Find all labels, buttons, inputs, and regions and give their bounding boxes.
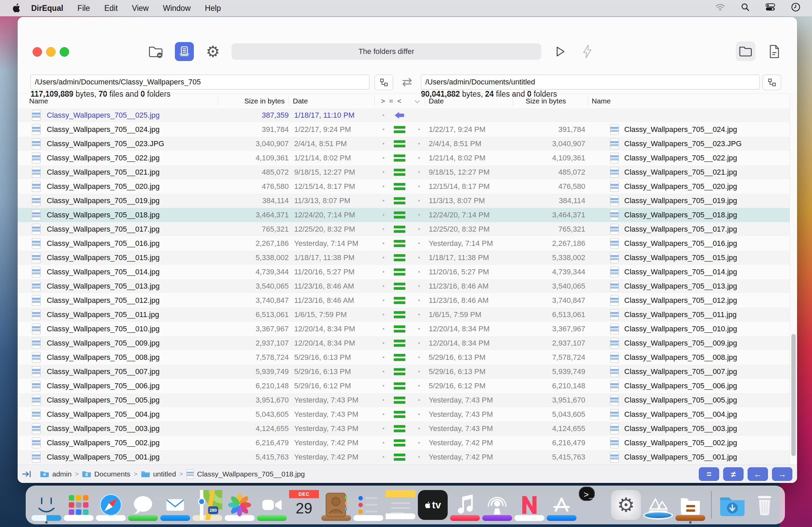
dock-item-contacts[interactable] bbox=[321, 490, 351, 520]
column-header-compare[interactable]: > = < bbox=[381, 94, 402, 109]
left-path-input[interactable] bbox=[30, 75, 369, 89]
dock-item-finder[interactable] bbox=[31, 490, 61, 520]
table-row[interactable]: Classy_Wallpapers_705__022.jpg 4,109,361… bbox=[18, 151, 789, 165]
compare-button[interactable] bbox=[175, 42, 194, 61]
right-tree-view-button[interactable] bbox=[763, 75, 781, 90]
breadcrumb-item-untitled[interactable]: untitled bbox=[141, 470, 176, 478]
table-row[interactable]: Classy_Wallpapers_705__012.jpg 3,740,847… bbox=[18, 293, 789, 308]
wifi-icon[interactable] bbox=[715, 3, 725, 13]
table-row[interactable]: Classy_Wallpapers_705__005.jpg 3,951,670… bbox=[18, 393, 789, 407]
table-row[interactable]: Classy_Wallpapers_705__004.jpg 5,043,605… bbox=[18, 407, 789, 422]
compare-cell bbox=[375, 422, 425, 436]
table-row[interactable]: Classy_Wallpapers_705__021.jpg 485,072 9… bbox=[18, 165, 789, 180]
table-row[interactable]: Classy_Wallpapers_705__020.jpg 476,580 1… bbox=[18, 180, 789, 194]
filter-right-only-button[interactable]: → bbox=[772, 467, 792, 481]
menu-app-name[interactable]: DirEqual bbox=[31, 4, 63, 13]
clock-icon[interactable] bbox=[791, 2, 800, 14]
table-row[interactable]: Classy_Wallpapers_705__013.jpg 3,540,065… bbox=[18, 279, 789, 293]
table-row[interactable]: Classy_Wallpapers_705__008.jpg 7,578,724… bbox=[18, 350, 789, 365]
dock-item-maps[interactable]: 280 bbox=[192, 490, 222, 520]
left-tree-view-button[interactable] bbox=[375, 75, 393, 90]
dock-item-system-preferences[interactable]: ⚙ bbox=[611, 490, 641, 520]
dock-item-podcasts[interactable] bbox=[482, 490, 512, 520]
table-row[interactable]: Classy_Wallpapers_705__017.jpg 765,321 1… bbox=[18, 222, 789, 237]
table-row[interactable]: Classy_Wallpapers_705__006.jpg 6,210,148… bbox=[18, 379, 789, 393]
table-row[interactable]: Classy_Wallpapers_705__002.jpg 6,216,479… bbox=[18, 436, 789, 450]
search-icon[interactable] bbox=[741, 3, 750, 14]
exclude-folder-button[interactable] bbox=[146, 42, 165, 61]
quick-sync-button[interactable] bbox=[578, 42, 597, 61]
dock-item-downloads[interactable] bbox=[717, 490, 747, 520]
dock-item-launchpad[interactable] bbox=[64, 490, 93, 520]
table-row[interactable]: Classy_Wallpapers_705__018.jpg 3,464,371… bbox=[18, 208, 789, 222]
control-center-icon[interactable] bbox=[765, 3, 775, 13]
table-row[interactable]: Classy_Wallpapers_705__025.jpg 387,359 1… bbox=[18, 108, 789, 123]
dock-item-music[interactable] bbox=[450, 490, 480, 520]
dock-item-calendar[interactable]: DEC 29 bbox=[289, 490, 319, 520]
report-document-button[interactable] bbox=[765, 42, 784, 61]
breadcrumb-item-documents[interactable]: Documents bbox=[82, 470, 130, 478]
breadcrumb-item-admin[interactable]: admin bbox=[40, 470, 72, 478]
zoom-button[interactable] bbox=[60, 47, 69, 57]
dock-item-messages[interactable] bbox=[128, 490, 158, 520]
column-header-size-left[interactable]: Size in bytes bbox=[244, 94, 285, 109]
dock-item-apple-tv[interactable]: tv bbox=[418, 490, 448, 520]
dock-item-trash[interactable] bbox=[750, 490, 780, 520]
menu-item-edit[interactable]: Edit bbox=[104, 4, 118, 13]
dock-item-photos[interactable] bbox=[225, 490, 255, 520]
table-row[interactable]: Classy_Wallpapers_705__014.jpg 4,739,344… bbox=[18, 265, 789, 279]
column-header-date-left[interactable]: Date bbox=[293, 94, 308, 109]
table-row[interactable]: Classy_Wallpapers_705__010.jpg 3,367,967… bbox=[18, 322, 789, 336]
dock-item-app-store[interactable] bbox=[547, 490, 577, 520]
file-icon bbox=[610, 195, 619, 206]
dock-item-reminders[interactable] bbox=[353, 490, 383, 520]
table-row[interactable]: Classy_Wallpapers_705__023.JPG 3,040,907… bbox=[18, 137, 789, 151]
table-row[interactable]: Classy_Wallpapers_705__024.jpg 391,784 1… bbox=[18, 123, 789, 137]
dock-item-terminal[interactable]: >_ bbox=[579, 490, 609, 520]
table-row[interactable]: Classy_Wallpapers_705__009.jpg 2,937,107… bbox=[18, 336, 789, 350]
menu-item-window[interactable]: Window bbox=[163, 4, 191, 13]
apple-menu-icon[interactable] bbox=[12, 3, 20, 13]
table-scrollbar[interactable] bbox=[789, 93, 797, 465]
dock-item-direqual[interactable] bbox=[676, 490, 705, 520]
menu-item-file[interactable]: File bbox=[77, 4, 90, 13]
dock-item-mountain-app[interactable] bbox=[643, 490, 673, 520]
column-header-date-right[interactable]: Date bbox=[429, 94, 444, 109]
table-row[interactable]: Classy_Wallpapers_705__019.jpg 384,114 1… bbox=[18, 194, 789, 208]
minimize-button[interactable] bbox=[46, 47, 56, 57]
file-size-left: 384,114 bbox=[218, 196, 289, 205]
close-button[interactable] bbox=[32, 47, 42, 57]
dock-item-notes[interactable] bbox=[386, 490, 416, 520]
column-header-name-left[interactable]: Name bbox=[29, 94, 48, 109]
swap-paths-icon[interactable]: ⇄ bbox=[395, 75, 419, 89]
reveal-path-icon[interactable] bbox=[22, 470, 33, 479]
dock-item-mail[interactable] bbox=[160, 490, 190, 520]
right-path-input[interactable] bbox=[421, 75, 760, 89]
table-row[interactable]: Classy_Wallpapers_705__001.jpg 5,415,763… bbox=[18, 450, 789, 464]
menu-item-help[interactable]: Help bbox=[205, 4, 221, 13]
scrollbar-thumb[interactable] bbox=[791, 334, 796, 456]
table-row[interactable]: Classy_Wallpapers_705__015.jpg 5,338,002… bbox=[18, 251, 789, 265]
dock-item-safari[interactable] bbox=[96, 490, 126, 520]
settings-gear-icon[interactable]: ⚙ bbox=[203, 42, 222, 61]
table-row[interactable]: Classy_Wallpapers_705__007.jpg 5,939,749… bbox=[18, 365, 789, 379]
file-icon bbox=[32, 167, 41, 178]
dock-item-news[interactable] bbox=[514, 490, 544, 520]
file-date-right: 5/29/16, 6:12 PM bbox=[425, 382, 513, 390]
breadcrumb-item-file[interactable]: Classy_Wallpapers_705__018.jpg bbox=[186, 469, 305, 479]
compare-dot-right bbox=[418, 143, 420, 144]
table-row[interactable]: Classy_Wallpapers_705__011.jpg 6,513,061… bbox=[18, 308, 789, 322]
table-row[interactable]: Classy_Wallpapers_705__016.jpg 2,267,186… bbox=[18, 237, 789, 251]
file-icon bbox=[32, 195, 41, 206]
column-header-name-right[interactable]: Name bbox=[592, 94, 611, 109]
menu-item-view[interactable]: View bbox=[132, 4, 148, 13]
filter-not-equal-button[interactable]: ≠ bbox=[723, 467, 743, 481]
filter-left-only-button[interactable]: ← bbox=[748, 467, 768, 481]
dock-item-facetime[interactable] bbox=[257, 490, 287, 520]
column-header-size-right[interactable]: Size in bytes bbox=[526, 94, 566, 109]
run-comparison-button[interactable] bbox=[550, 42, 569, 61]
filter-equal-button[interactable]: = bbox=[699, 467, 719, 481]
filter-button-group: = ≠ ← → bbox=[699, 467, 792, 481]
table-row[interactable]: Classy_Wallpapers_705__003.jpg 4,124,655… bbox=[18, 422, 789, 436]
open-folder-button[interactable] bbox=[736, 41, 755, 61]
